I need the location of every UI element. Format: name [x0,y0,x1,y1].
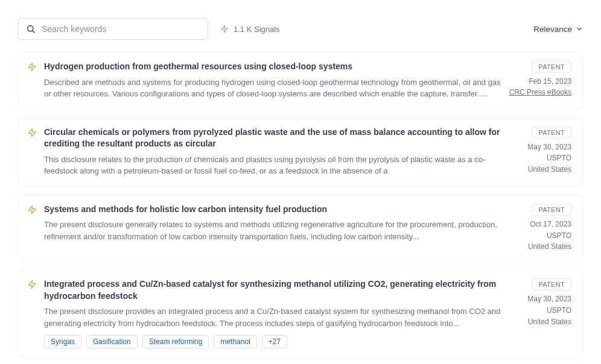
search-icon [26,24,36,34]
result-meta: PATENTMay 30, 2023USPTOUnited States [511,278,571,348]
tag[interactable]: Steam reforming [142,335,209,348]
result-card[interactable]: Integrated process and Cu/Zn-based catal… [18,269,583,357]
bolt-icon [220,25,229,33]
tag[interactable]: +27 [262,335,287,348]
result-meta: PATENTMay 30, 2023USPTOUnited States [511,127,571,177]
card-body: Hydrogen production from geothermal reso… [44,61,502,100]
signals-label: 1.1 K Signals [234,25,280,34]
tags-row: SyngasGasificationSteam reformingmethano… [44,335,504,348]
chevron-down-icon [576,25,583,33]
type-badge: PATENT [532,204,571,216]
type-badge: PATENT [532,278,571,290]
svg-marker-2 [221,25,228,33]
result-office: USPTO [547,231,571,241]
svg-marker-6 [28,281,36,289]
result-card[interactable]: Hydrogen production from geothermal reso… [18,52,583,109]
result-meta: PATENTFeb 15, 2023CRC Press eBooks [509,61,571,100]
tag[interactable]: Gasification [86,335,138,348]
bolt-icon [27,280,37,348]
card-body: Systems and methods for holistic low car… [44,204,504,252]
type-badge: PATENT [532,61,571,73]
search-input[interactable] [42,24,200,34]
svg-line-1 [33,31,34,33]
svg-marker-3 [28,63,36,71]
result-card[interactable]: Circular chemicals or polymers from pyro… [18,118,583,186]
result-country: United States [528,317,571,327]
result-title[interactable]: Systems and methods for holistic low car… [44,204,504,216]
svg-marker-4 [28,128,36,136]
bolt-icon [27,62,37,100]
svg-marker-5 [28,206,36,213]
tag[interactable]: methanol [214,335,256,348]
result-date: Feb 15, 2023 [529,77,571,87]
result-description: The present disclosure provides an integ… [44,306,504,329]
result-title[interactable]: Hydrogen production from geothermal reso… [44,61,502,73]
search-container[interactable] [18,18,208,40]
card-body: Circular chemicals or polymers from pyro… [44,127,504,177]
card-body: Integrated process and Cu/Zn-based catal… [44,278,504,348]
sort-dropdown[interactable]: Relevance [533,25,583,34]
signals-count: 1.1 K Signals [220,25,280,34]
result-date: May 30, 2023 [527,142,571,152]
result-description: The present disclosure generally relates… [44,219,504,242]
result-date: Oct 17, 2023 [530,219,571,230]
result-office: USPTO [547,153,571,163]
result-title[interactable]: Integrated process and Cu/Zn-based catal… [44,278,504,302]
type-badge: PATENT [532,127,571,139]
result-country: United States [528,242,571,252]
result-country: United States [528,165,571,175]
result-meta: PATENTOct 17, 2023USPTOUnited States [511,204,571,252]
result-card[interactable]: Systems and methods for holistic low car… [18,195,583,261]
bolt-icon [27,128,37,177]
bolt-icon [27,205,37,252]
sort-label: Relevance [533,25,572,34]
result-title[interactable]: Circular chemicals or polymers from pyro… [44,127,504,150]
result-date: May 30, 2023 [527,294,571,304]
result-description: Described are methods and systems for pr… [44,77,502,100]
results-list: Hydrogen production from geothermal reso… [18,52,583,364]
top-bar: 1.1 K Signals Relevance [18,18,583,40]
result-office: USPTO [547,306,571,316]
result-description: This disclosure relates to the productio… [44,154,504,177]
result-source[interactable]: CRC Press eBooks [509,88,571,96]
tag[interactable]: Syngas [44,335,81,348]
